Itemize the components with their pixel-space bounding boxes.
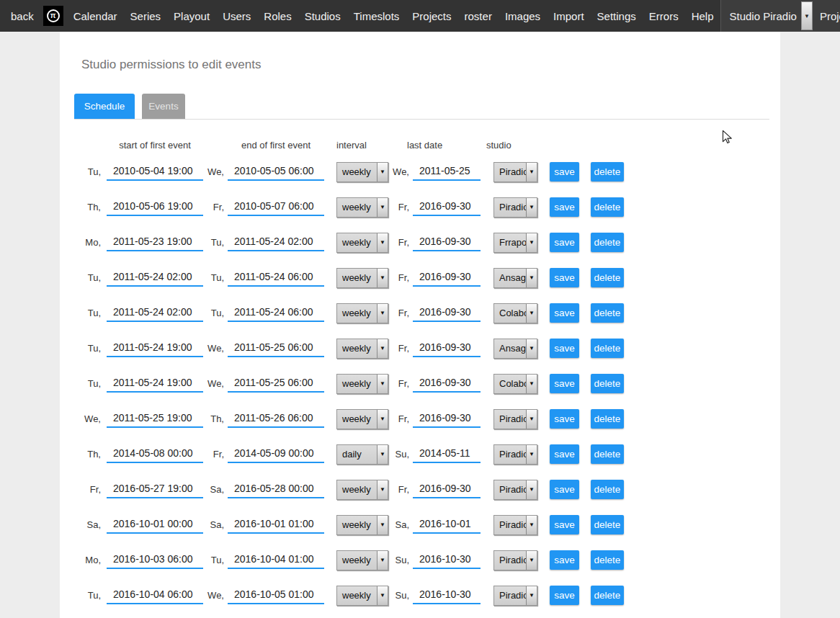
- delete-button[interactable]: delete: [591, 374, 624, 393]
- studio-select[interactable]: Piradio ▼: [493, 197, 537, 218]
- studio-select[interactable]: Piradio ▼: [493, 409, 537, 429]
- save-button[interactable]: save: [550, 409, 579, 429]
- last-date-input[interactable]: [413, 164, 481, 181]
- delete-button[interactable]: delete: [591, 268, 624, 287]
- end-datetime-input[interactable]: [228, 234, 324, 251]
- interval-select[interactable]: weekly ▼: [336, 303, 388, 323]
- save-button[interactable]: save: [550, 444, 579, 464]
- nav-item-help[interactable]: Help: [685, 10, 720, 22]
- save-button[interactable]: save: [550, 162, 579, 182]
- start-datetime-input[interactable]: [107, 587, 203, 604]
- delete-button[interactable]: delete: [591, 233, 624, 252]
- nav-item-images[interactable]: Images: [499, 10, 547, 22]
- end-datetime-input[interactable]: [228, 164, 324, 181]
- nav-item-calendar[interactable]: Calendar: [67, 10, 124, 22]
- last-date-input[interactable]: [413, 375, 481, 393]
- delete-button[interactable]: delete: [591, 586, 624, 605]
- piradio-logo-icon[interactable]: π: [43, 6, 63, 26]
- save-button[interactable]: save: [550, 374, 579, 393]
- nav-item-roster[interactable]: roster: [458, 10, 499, 22]
- last-date-input[interactable]: [413, 234, 481, 251]
- nav-item-back[interactable]: back: [0, 10, 40, 22]
- studio-select[interactable]: Colabo ▼: [493, 374, 537, 394]
- interval-select[interactable]: weekly ▼: [336, 480, 388, 500]
- last-date-input[interactable]: [413, 516, 481, 534]
- interval-select[interactable]: weekly ▼: [336, 162, 388, 182]
- studio-select[interactable]: Frrapo ▼: [493, 233, 537, 253]
- studio-select[interactable]: Ansage ▼: [493, 268, 537, 288]
- nav-item-projects[interactable]: Projects: [406, 10, 457, 22]
- delete-button[interactable]: delete: [591, 197, 624, 217]
- studio-select[interactable]: Piradio ▼: [493, 444, 537, 465]
- save-button[interactable]: save: [550, 197, 579, 217]
- interval-select[interactable]: daily ▼: [336, 444, 388, 465]
- interval-select[interactable]: weekly ▼: [336, 550, 388, 570]
- delete-button[interactable]: delete: [591, 409, 624, 429]
- start-datetime-input[interactable]: [107, 375, 203, 393]
- start-datetime-input[interactable]: [107, 199, 203, 216]
- studio-select[interactable]: Piradio ▼: [493, 586, 537, 606]
- project-selector[interactable]: Project 88vier: [820, 10, 840, 22]
- delete-button[interactable]: delete: [591, 550, 624, 570]
- start-datetime-input[interactable]: [107, 340, 203, 357]
- end-datetime-input[interactable]: [228, 481, 324, 498]
- last-date-input[interactable]: [413, 411, 481, 428]
- nav-item-studios[interactable]: Studios: [298, 10, 347, 22]
- interval-select[interactable]: weekly ▼: [336, 586, 388, 606]
- delete-button[interactable]: delete: [591, 162, 624, 182]
- end-datetime-input[interactable]: [228, 375, 324, 393]
- end-datetime-input[interactable]: [228, 305, 324, 322]
- studio-select[interactable]: Piradio ▼: [493, 550, 537, 570]
- start-datetime-input[interactable]: [107, 164, 203, 181]
- nav-item-series[interactable]: Series: [124, 10, 168, 22]
- interval-select[interactable]: weekly ▼: [336, 268, 388, 288]
- studio-selector[interactable]: Studio Piradio: [730, 10, 801, 22]
- delete-button[interactable]: delete: [591, 480, 624, 499]
- interval-select[interactable]: weekly ▼: [336, 233, 388, 253]
- start-datetime-input[interactable]: [107, 305, 203, 322]
- delete-button[interactable]: delete: [591, 303, 624, 323]
- last-date-input[interactable]: [413, 199, 481, 216]
- start-datetime-input[interactable]: [107, 411, 203, 428]
- end-datetime-input[interactable]: [228, 411, 324, 428]
- delete-button[interactable]: delete: [591, 339, 624, 358]
- nav-item-timeslots[interactable]: Timeslots: [347, 10, 406, 22]
- last-date-input[interactable]: [413, 340, 481, 357]
- delete-button[interactable]: delete: [591, 444, 624, 464]
- studio-select[interactable]: Piradio ▼: [493, 162, 537, 182]
- end-datetime-input[interactable]: [228, 587, 324, 604]
- studio-select[interactable]: Colabo ▼: [493, 303, 537, 323]
- save-button[interactable]: save: [550, 303, 579, 323]
- last-date-input[interactable]: [413, 269, 481, 287]
- last-date-input[interactable]: [413, 552, 481, 569]
- start-datetime-input[interactable]: [107, 481, 203, 498]
- start-datetime-input[interactable]: [107, 234, 203, 251]
- end-datetime-input[interactable]: [228, 199, 324, 216]
- delete-button[interactable]: delete: [591, 515, 624, 534]
- studio-selector-dropdown-arrow-icon[interactable]: ▼: [801, 1, 813, 30]
- end-datetime-input[interactable]: [228, 340, 324, 357]
- start-datetime-input[interactable]: [107, 446, 203, 463]
- last-date-input[interactable]: [413, 481, 481, 498]
- interval-select[interactable]: weekly ▼: [336, 339, 388, 359]
- tab-events[interactable]: Events: [142, 94, 185, 119]
- save-button[interactable]: save: [550, 480, 579, 499]
- interval-select[interactable]: weekly ▼: [336, 409, 388, 429]
- start-datetime-input[interactable]: [107, 552, 203, 569]
- nav-item-errors[interactable]: Errors: [643, 10, 685, 22]
- last-date-input[interactable]: [413, 446, 481, 463]
- save-button[interactable]: save: [550, 339, 579, 358]
- end-datetime-input[interactable]: [228, 446, 324, 463]
- save-button[interactable]: save: [550, 515, 579, 534]
- interval-select[interactable]: weekly ▼: [336, 197, 388, 218]
- tab-schedule[interactable]: Schedule: [74, 94, 135, 119]
- save-button[interactable]: save: [550, 233, 579, 252]
- studio-select[interactable]: Piradio ▼: [493, 515, 537, 535]
- interval-select[interactable]: weekly ▼: [336, 374, 388, 394]
- studio-select[interactable]: Ansage ▼: [493, 339, 537, 359]
- nav-item-playout[interactable]: Playout: [167, 10, 216, 22]
- nav-item-import[interactable]: Import: [547, 10, 591, 22]
- save-button[interactable]: save: [550, 586, 579, 605]
- nav-item-users[interactable]: Users: [216, 10, 257, 22]
- last-date-input[interactable]: [413, 305, 481, 322]
